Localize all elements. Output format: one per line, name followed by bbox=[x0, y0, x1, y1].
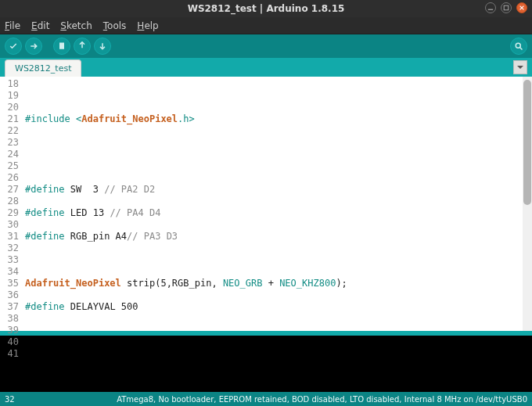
window-titlebar: WS2812_test | Arduino 1.8.15 bbox=[0, 0, 532, 17]
save-button[interactable] bbox=[94, 38, 111, 55]
svg-rect-4 bbox=[59, 43, 64, 49]
new-button[interactable] bbox=[53, 38, 70, 55]
menu-tools[interactable]: Tools bbox=[103, 20, 127, 31]
upload-button[interactable] bbox=[25, 38, 42, 55]
serial-monitor-button[interactable] bbox=[510, 38, 527, 55]
open-button[interactable] bbox=[74, 38, 91, 55]
svg-rect-0 bbox=[488, 9, 493, 10]
svg-line-6 bbox=[520, 48, 523, 50]
svg-point-5 bbox=[516, 43, 520, 48]
code-editor[interactable]: 18192021 22232425 26272829 30313233 3435… bbox=[0, 77, 532, 331]
window-minimize-button[interactable] bbox=[485, 2, 496, 13]
svg-rect-1 bbox=[504, 5, 509, 10]
line-number-gutter: 18192021 22232425 26272829 30313233 3435… bbox=[0, 77, 22, 331]
status-cursor-line: 32 bbox=[5, 395, 15, 404]
scrollbar-thumb[interactable] bbox=[523, 80, 531, 205]
window-title: WS2812_test | Arduino 1.8.15 bbox=[188, 3, 345, 14]
output-console[interactable] bbox=[0, 336, 532, 392]
menu-sketch[interactable]: Sketch bbox=[60, 20, 92, 31]
editor-vertical-scrollbar[interactable] bbox=[523, 77, 532, 331]
code-area[interactable]: #include <Adafruit_NeoPixel.h> #define S… bbox=[22, 77, 523, 331]
window-close-button[interactable] bbox=[516, 2, 527, 13]
toolbar bbox=[0, 34, 532, 58]
tab-active[interactable]: WS2812_test bbox=[5, 59, 81, 77]
menu-file[interactable]: File bbox=[5, 20, 20, 31]
tab-strip: WS2812_test bbox=[0, 58, 532, 77]
menu-help[interactable]: Help bbox=[137, 20, 158, 31]
tab-menu-button[interactable] bbox=[513, 60, 527, 74]
menu-edit[interactable]: Edit bbox=[31, 20, 49, 31]
menu-bar: File Edit Sketch Tools Help bbox=[0, 17, 532, 34]
status-bar: 32 ATmega8, No bootloader, EEPROM retain… bbox=[0, 392, 532, 406]
window-maximize-button[interactable] bbox=[501, 2, 512, 13]
verify-button[interactable] bbox=[5, 38, 22, 55]
status-board-info: ATmega8, No bootloader, EEPROM retained,… bbox=[117, 395, 527, 404]
